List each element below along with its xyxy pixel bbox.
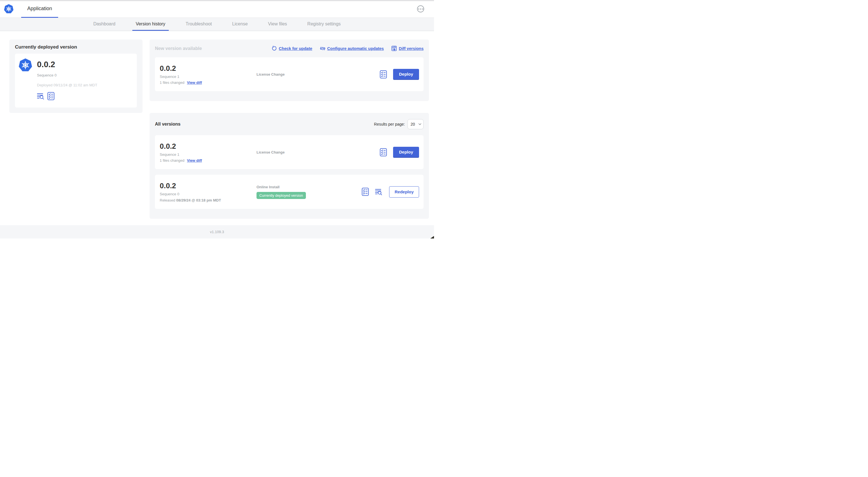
kubernetes-logo-icon <box>4 4 13 13</box>
currently-deployed-title: Currently deployed version <box>15 44 137 50</box>
kubernetes-app-icon <box>19 58 32 72</box>
tab-view-files[interactable]: View files <box>265 18 290 31</box>
version-number: 0.0.2 <box>160 142 256 150</box>
version-row: 0.0.2 Sequence 1 1 files changed View di… <box>155 135 424 169</box>
preflight-checklist-icon[interactable] <box>362 188 369 196</box>
redeploy-button[interactable]: Redeploy <box>389 186 419 198</box>
tab-troubleshoot[interactable]: Troubleshoot <box>182 18 215 31</box>
files-changed-text: 1 files changed <box>160 81 184 85</box>
refresh-icon <box>272 46 277 51</box>
app-subnav: Dashboard Version history Troubleshoot L… <box>0 18 434 31</box>
ellipsis-icon <box>418 8 419 9</box>
deployed-sequence: Sequence 0 <box>37 73 97 77</box>
preflight-checklist-icon[interactable] <box>380 70 387 79</box>
deploy-button[interactable]: Deploy <box>393 147 419 158</box>
version-sequence: Sequence 0 <box>160 192 256 196</box>
top-edge-strip <box>0 0 434 1</box>
version-sequence: Sequence 1 <box>160 152 256 157</box>
app-header: Application <box>0 0 434 18</box>
results-per-page-select[interactable]: 20 <box>407 119 424 129</box>
app-tab-application[interactable]: Application <box>21 0 58 18</box>
cursor-artifact <box>430 236 434 239</box>
currently-deployed-card: 0.0.2 Sequence 0 Deployed 09/11/24 @ 11:… <box>15 54 137 108</box>
tab-version-history[interactable]: Version history <box>132 18 169 31</box>
new-version-card: 0.0.2 Sequence 1 1 files changed View di… <box>155 57 424 91</box>
files-changed-text: 1 files changed <box>160 158 184 162</box>
tab-registry-settings[interactable]: Registry settings <box>304 18 344 31</box>
more-menu-button[interactable] <box>417 5 424 12</box>
version-source: License Change <box>256 72 380 77</box>
deployed-timestamp: Deployed 09/11/24 @ 11:02 am MDT <box>37 83 97 87</box>
results-per-page-label: Results per page: <box>374 122 405 126</box>
tab-dashboard[interactable]: Dashboard <box>90 18 119 31</box>
version-number: 0.0.2 <box>160 64 256 72</box>
deploy-button[interactable]: Deploy <box>393 69 419 80</box>
app-footer: v1.109.3 <box>0 225 434 239</box>
diff-versions-link[interactable]: Diff versions <box>392 46 424 51</box>
deployed-version-number: 0.0.2 <box>37 60 97 69</box>
new-version-panel: New version available Check for update <box>150 39 429 101</box>
all-versions-panel: All versions Results per page: 20 0.0.2 … <box>150 113 429 219</box>
view-logs-icon[interactable] <box>375 188 383 195</box>
configure-automatic-updates-link[interactable]: Configure automatic updates <box>320 46 384 51</box>
scheduled-update-icon <box>320 46 326 51</box>
console-version: v1.109.3 <box>210 230 224 234</box>
currently-deployed-badge: Currently deployed version <box>256 192 306 199</box>
view-logs-icon[interactable] <box>37 93 45 100</box>
view-diff-link[interactable]: View diff <box>187 81 202 85</box>
version-source: License Change <box>256 150 380 154</box>
diff-icon <box>392 46 397 51</box>
app-title: Application <box>27 6 52 11</box>
version-row: 0.0.2 Sequence 0 Released 08/29/24 @ 03:… <box>155 175 424 209</box>
version-source: Online Install <box>256 185 362 189</box>
tab-license[interactable]: License <box>229 18 251 31</box>
view-diff-link[interactable]: View diff <box>187 158 202 162</box>
preflight-checklist-icon[interactable] <box>380 148 387 156</box>
released-timestamp: Released 08/29/24 @ 03:18 pm MDT <box>160 198 256 202</box>
config-checklist-icon[interactable] <box>48 92 55 100</box>
new-version-title: New version available <box>155 46 202 51</box>
all-versions-title: All versions <box>155 122 181 127</box>
check-for-update-link[interactable]: Check for update <box>272 46 312 51</box>
version-number: 0.0.2 <box>160 181 256 190</box>
currently-deployed-panel: Currently deployed version 0.0.2 Sequenc… <box>9 39 143 113</box>
kots-admin-console: { "header": { "app_title": "Application"… <box>0 0 434 239</box>
version-sequence: Sequence 1 <box>160 74 256 79</box>
